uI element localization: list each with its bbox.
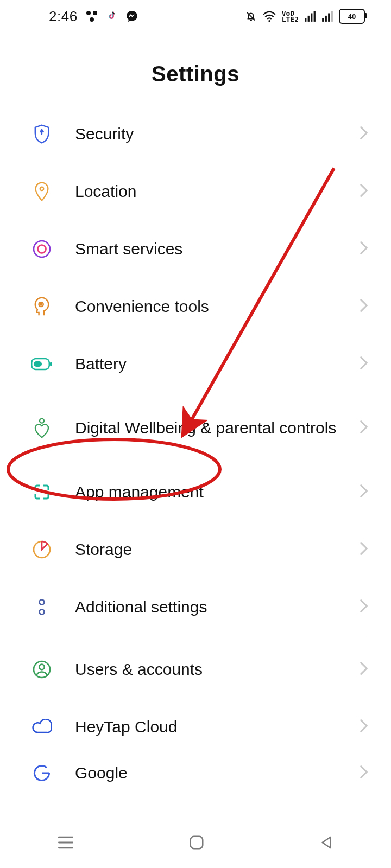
google-icon (30, 762, 53, 784)
dots-icon (30, 596, 53, 618)
home-button[interactable] (188, 834, 205, 853)
settings-item-label: Additional settings (75, 597, 360, 617)
messenger-icon (125, 10, 138, 23)
svg-rect-12 (331, 11, 333, 22)
chevron-right-icon (360, 356, 368, 372)
settings-item-label: Users & accounts (75, 659, 360, 680)
battery-icon (30, 353, 53, 375)
svg-point-13 (40, 187, 44, 191)
svg-rect-30 (191, 837, 203, 849)
settings-item-label: Smart services (75, 239, 360, 259)
shield-icon (30, 123, 53, 145)
settings-item-convenience-tools[interactable]: Convenience tools (0, 278, 391, 335)
svg-rect-19 (34, 361, 42, 367)
apps-grid-icon (30, 481, 53, 503)
settings-item-label: Convenience tools (75, 296, 360, 317)
settings-item-additional-settings[interactable]: Additional settings (0, 578, 391, 636)
svg-point-23 (40, 600, 45, 605)
svg-point-17 (40, 304, 42, 305)
status-bar: 2:46 VoD LTE2 40 (0, 0, 391, 33)
svg-point-15 (38, 245, 46, 253)
chevron-right-icon (360, 719, 368, 735)
svg-point-4 (268, 20, 270, 22)
settings-item-users-accounts[interactable]: Users & accounts (0, 641, 391, 698)
location-pin-icon (30, 180, 53, 203)
svg-point-14 (34, 241, 50, 257)
back-button[interactable] (318, 834, 335, 853)
settings-item-label: Security (75, 124, 360, 144)
battery-indicator: 40 (339, 9, 365, 24)
settings-item-label: Digital Wellbeing & parental controls (75, 418, 360, 438)
settings-item-google[interactable]: Google (0, 756, 391, 790)
svg-rect-8 (314, 11, 316, 22)
settings-item-label: Google (75, 763, 360, 783)
network-type-indicator: VoD LTE2 (282, 10, 299, 22)
settings-list: Security Location Smart services Conveni… (0, 103, 391, 790)
settings-item-app-management[interactable]: App management (0, 463, 391, 521)
svg-rect-11 (328, 14, 330, 22)
settings-item-digital-wellbeing[interactable]: Digital Wellbeing & parental controls (0, 393, 391, 463)
wifi-icon (262, 10, 276, 22)
share-icon (85, 10, 98, 23)
dnd-icon (245, 10, 257, 22)
svg-rect-6 (308, 16, 310, 22)
page-title: Settings (0, 62, 391, 86)
recents-button[interactable] (56, 835, 75, 852)
user-circle-icon (30, 658, 53, 681)
svg-point-1 (93, 11, 97, 15)
svg-point-2 (90, 17, 94, 22)
svg-rect-7 (311, 14, 312, 22)
settings-item-label: HeyTap Cloud (75, 717, 360, 737)
target-icon (30, 238, 53, 260)
settings-item-label: Location (75, 181, 360, 202)
svg-rect-10 (325, 16, 327, 22)
section-divider (75, 636, 368, 636)
signal-1-icon (304, 11, 316, 22)
status-clock: 2:46 (49, 8, 78, 25)
head-gear-icon (30, 295, 53, 318)
chevron-right-icon (360, 541, 368, 558)
svg-rect-9 (322, 18, 324, 22)
chevron-right-icon (360, 241, 368, 257)
svg-point-24 (40, 610, 45, 615)
signal-2-icon (321, 11, 333, 22)
settings-item-label: Storage (75, 539, 360, 560)
svg-point-21 (40, 419, 44, 423)
settings-item-security[interactable]: Security (0, 105, 391, 163)
svg-point-26 (39, 665, 45, 670)
chevron-right-icon (360, 765, 368, 781)
chevron-right-icon (360, 599, 368, 615)
settings-item-label: Battery (75, 354, 360, 374)
chevron-right-icon (360, 661, 368, 678)
settings-item-smart-services[interactable]: Smart services (0, 220, 391, 278)
settings-item-battery[interactable]: Battery (0, 335, 391, 393)
pie-chart-icon (30, 538, 53, 561)
chevron-right-icon (360, 126, 368, 142)
settings-item-label: App management (75, 482, 360, 502)
svg-point-0 (86, 11, 91, 15)
system-nav-bar (0, 819, 391, 868)
svg-rect-5 (305, 18, 306, 22)
svg-rect-20 (50, 362, 52, 366)
settings-item-storage[interactable]: Storage (0, 521, 391, 578)
settings-item-location[interactable]: Location (0, 163, 391, 220)
cloud-icon (30, 716, 53, 738)
settings-item-heytap-cloud[interactable]: HeyTap Cloud (0, 698, 391, 756)
heart-person-icon (30, 417, 53, 439)
chevron-right-icon (360, 183, 368, 200)
tiktok-icon (106, 10, 118, 22)
chevron-right-icon (360, 484, 368, 500)
chevron-right-icon (360, 298, 368, 315)
chevron-right-icon (360, 420, 368, 436)
